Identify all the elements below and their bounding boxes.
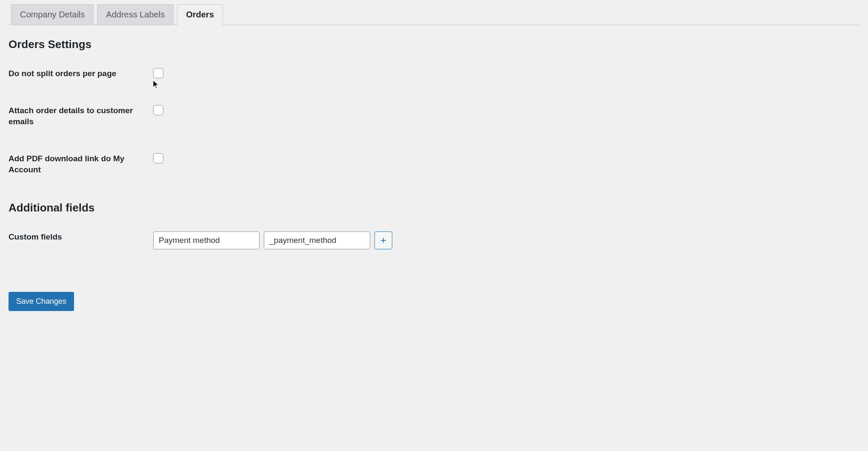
save-button[interactable]: Save Changes — [9, 292, 74, 311]
setting-add-pdf-link: Add PDF download link do My Account — [9, 153, 859, 176]
tab-company-details[interactable]: Company Details — [11, 4, 94, 25]
plus-icon: + — [380, 235, 386, 245]
do-not-split-control — [153, 68, 859, 78]
custom-fields-label: Custom fields — [9, 231, 153, 243]
page-title: Orders Settings — [9, 38, 859, 51]
setting-attach-order-details: Attach order details to customer emails — [9, 105, 859, 128]
orders-settings-form: Do not split orders per page Attach orde… — [9, 68, 859, 176]
add-pdf-link-control — [153, 153, 859, 163]
additional-fields-title: Additional fields — [9, 201, 859, 214]
attach-order-details-checkbox[interactable] — [153, 105, 163, 115]
attach-order-details-control — [153, 105, 859, 115]
setting-do-not-split: Do not split orders per page — [9, 68, 859, 80]
settings-tabs: Company Details Address Labels Orders — [9, 0, 859, 25]
do-not-split-checkbox[interactable] — [153, 68, 163, 78]
attach-order-details-label: Attach order details to customer emails — [9, 105, 153, 128]
custom-field-name-input[interactable] — [153, 231, 260, 249]
add-custom-field-button[interactable]: + — [374, 231, 392, 249]
tab-orders[interactable]: Orders — [177, 4, 223, 25]
add-pdf-link-label: Add PDF download link do My Account — [9, 153, 153, 176]
tab-address-labels[interactable]: Address Labels — [97, 4, 174, 25]
do-not-split-label: Do not split orders per page — [9, 68, 153, 80]
setting-custom-fields: Custom fields + — [9, 231, 859, 249]
custom-fields-control: + — [153, 231, 859, 249]
add-pdf-link-checkbox[interactable] — [153, 153, 163, 163]
custom-field-key-input[interactable] — [264, 231, 370, 249]
